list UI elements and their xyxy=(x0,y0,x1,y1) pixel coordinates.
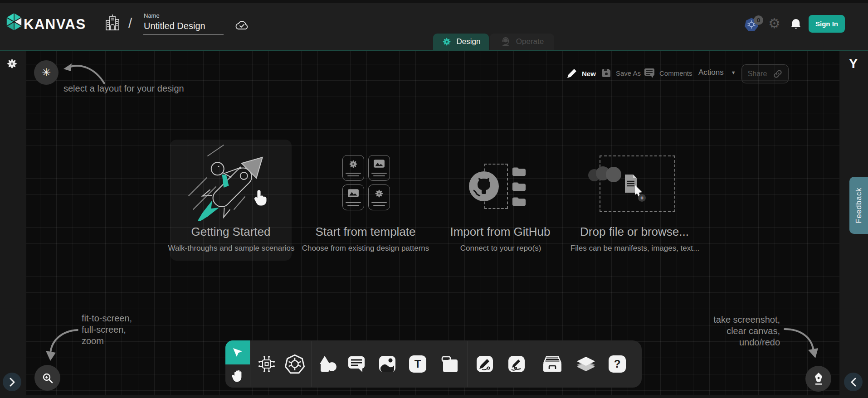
zoom-hint-arrow xyxy=(43,327,79,364)
pencil-icon xyxy=(566,68,577,79)
hint-full-screen: full-screen, xyxy=(82,325,126,335)
chevron-right-icon xyxy=(9,378,15,387)
expand-left-panel-button[interactable] xyxy=(3,373,21,391)
chevron-down-icon: ▼ xyxy=(731,70,736,75)
design-tab-label: Design xyxy=(457,37,481,46)
hint-clear-canvas: clear canvas, xyxy=(689,326,780,336)
app-header: KANVAS / Name Design xyxy=(0,0,868,50)
feedback-tab[interactable]: Feedback xyxy=(849,177,868,234)
rocket-doodle xyxy=(180,141,285,221)
card-title: Getting Started xyxy=(191,225,271,239)
shapes-tool[interactable] xyxy=(318,355,337,373)
microservice-node-tool[interactable] xyxy=(257,354,276,374)
toolbar-divider xyxy=(534,341,534,387)
kubernetes-count-badge: 0 xyxy=(754,15,763,25)
comment-icon xyxy=(644,68,655,78)
design-name-input[interactable] xyxy=(143,21,224,34)
pen-annotate-button[interactable] xyxy=(805,366,831,392)
kanvas-logo-icon xyxy=(5,12,23,32)
new-label: New xyxy=(582,70,596,78)
expand-right-panel-button[interactable] xyxy=(844,373,863,391)
hint-zoom: zoom xyxy=(82,336,104,346)
pen-tool[interactable] xyxy=(476,355,494,373)
settings-gear-button[interactable]: ⚙ xyxy=(768,17,780,30)
github-octocat-icon xyxy=(468,171,499,202)
tools-toolbar: T xyxy=(225,340,642,388)
feedback-label: Feedback xyxy=(854,188,863,223)
repo-folder-icon xyxy=(512,181,526,192)
link-icon xyxy=(773,69,782,78)
sticky-note-icon xyxy=(440,355,458,373)
layout-picker-button[interactable]: ✳ xyxy=(34,60,59,85)
card-subtitle: Walk-throughs and sample scenarios xyxy=(168,244,294,253)
sticky-note-tool[interactable] xyxy=(440,355,458,373)
hint-fit-to-screen: fit-to-screen, xyxy=(82,313,132,324)
image-tool[interactable] xyxy=(378,355,396,373)
pen-nib-icon xyxy=(813,372,824,386)
left-sidebar xyxy=(0,51,26,398)
kubernetes-wheel-icon xyxy=(285,354,305,374)
share-label: Share xyxy=(748,70,767,78)
pan-tool-button[interactable] xyxy=(225,364,250,388)
card-title: Import from GitHub xyxy=(450,225,550,239)
card-title: Start from template xyxy=(315,225,415,239)
magnifier-plus-icon xyxy=(42,372,54,384)
flower-icon xyxy=(374,189,384,199)
select-tool-button[interactable] xyxy=(225,340,250,364)
organization-building-icon[interactable] xyxy=(105,14,120,31)
tab-operate[interactable]: Operate xyxy=(490,34,554,50)
pencil-scribble-icon xyxy=(507,355,526,373)
zoom-button[interactable] xyxy=(34,365,60,391)
top-strip xyxy=(0,0,868,3)
chip-network-icon xyxy=(257,354,276,374)
kubernetes-tool[interactable] xyxy=(285,354,305,374)
kanvas-app: KANVAS / Name Design xyxy=(0,0,868,398)
cursor-arrow-icon xyxy=(232,347,244,359)
comments-button[interactable]: Comments xyxy=(644,68,692,78)
card-title: Drop file or browse... xyxy=(580,225,689,239)
tab-design[interactable]: Design xyxy=(433,34,489,50)
sign-in-button[interactable]: Sign In xyxy=(809,15,845,33)
toolbar-divider xyxy=(312,341,312,387)
actions-dropdown[interactable]: Actions ▼ xyxy=(698,68,736,77)
photo-icon xyxy=(378,355,396,373)
hint-take-screenshot: take screenshot, xyxy=(689,315,780,325)
flower-icon xyxy=(348,159,358,169)
comments-label: Comments xyxy=(659,69,692,77)
asterisk-icon: ✳ xyxy=(42,66,51,79)
notifications-bell-button[interactable] xyxy=(790,18,802,31)
card-subtitle: Files can be manifests, images, text... xyxy=(571,244,699,253)
drop-dot xyxy=(606,167,621,182)
text-tool[interactable]: T xyxy=(409,355,426,373)
card-subtitle: Choose from existing design patterns xyxy=(302,244,429,253)
new-button[interactable]: New xyxy=(566,68,596,79)
design-tab-flower-icon xyxy=(442,37,452,47)
help-icon: ? xyxy=(609,355,626,373)
image-icon xyxy=(347,189,359,198)
operate-tab-headset-icon xyxy=(500,36,511,47)
speech-bubble-icon xyxy=(347,355,366,373)
breadcrumb-slash: / xyxy=(128,15,138,30)
help-tool[interactable]: ? xyxy=(609,355,626,373)
template-tile xyxy=(368,184,390,210)
y-panel-button[interactable]: Y xyxy=(849,56,858,71)
drawer-icon xyxy=(542,355,562,373)
save-as-button[interactable]: Save As xyxy=(601,68,641,78)
hand-icon xyxy=(231,369,244,383)
app-spinner-icon xyxy=(6,58,18,70)
share-button[interactable]: Share xyxy=(741,64,789,83)
image-icon xyxy=(373,159,385,168)
pen-hint-arrow xyxy=(784,325,819,361)
chevron-left-icon xyxy=(850,378,857,387)
layers-icon xyxy=(576,355,596,373)
layout-hint-arrow xyxy=(63,62,106,87)
hint-undo-redo: undo/redo xyxy=(689,337,780,348)
layout-hint-text: select a layout for your design xyxy=(63,83,184,94)
comment-tool[interactable] xyxy=(347,355,366,373)
template-tile xyxy=(368,155,390,181)
repo-folder-icon xyxy=(512,196,526,207)
design-name-label: Name xyxy=(144,12,160,19)
archive-tool[interactable] xyxy=(542,355,562,373)
layers-tool[interactable] xyxy=(576,355,596,373)
pencil-draw-tool[interactable] xyxy=(507,355,526,373)
